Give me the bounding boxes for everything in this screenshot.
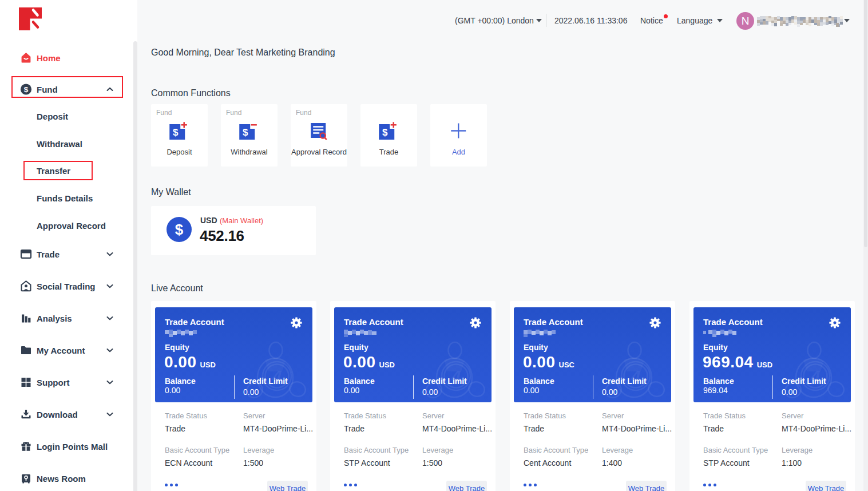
- svg-text:$: $: [382, 127, 388, 138]
- svg-text:$: $: [173, 127, 179, 138]
- svg-text:$: $: [243, 127, 248, 138]
